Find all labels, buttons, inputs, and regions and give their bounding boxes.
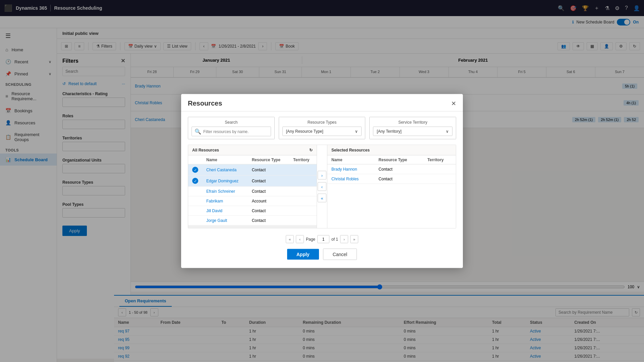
page-label: Page <box>306 237 315 242</box>
sel-res-territory <box>423 164 456 174</box>
service-territory-box: Service Territory [Any Territory] ∨ <box>369 117 456 139</box>
res-name: Efrain Schreiner <box>202 186 248 196</box>
all-resources-table: Name Resource Type Territory ✓ Cheri Cas… <box>188 156 317 226</box>
all-resources-label: All Resources <box>192 148 219 153</box>
move-right-btn[interactable]: › <box>318 171 326 180</box>
sel-res-name-link[interactable]: Brady Hannon <box>331 167 357 172</box>
sel-res-type: Contact <box>375 164 424 174</box>
scroll-indicator <box>188 226 317 228</box>
res-type: Account <box>248 196 289 206</box>
col-all-type: Resource Type <box>248 156 289 165</box>
col-sel-territory: Territory <box>423 156 456 165</box>
resource-types-dropdown[interactable]: [Any Resource Type] ∨ <box>282 127 362 136</box>
resource-types-chevron: ∨ <box>355 129 358 134</box>
sel-res-territory <box>423 174 456 184</box>
move-all-left-btn[interactable]: « <box>318 194 326 202</box>
res-name-link[interactable]: Jill David <box>206 208 222 213</box>
selected-resources-panel: Selected Resources Name Resource Type Te… <box>327 145 456 228</box>
all-resources-panel: All Resources ↻ Name Resource Type Terri… <box>188 145 317 228</box>
res-check <box>188 186 202 196</box>
modal-footer: Apply Cancel <box>181 243 463 263</box>
selected-resources-label: Selected Resources <box>331 148 370 153</box>
selected-resources-header-row: Name Resource Type Territory <box>327 156 456 165</box>
res-name-link[interactable]: Jorge Gault <box>206 218 227 223</box>
list-item: Brady Hannon Contact <box>327 164 456 174</box>
all-resources-header-row: Name Resource Type Territory <box>188 156 317 165</box>
modal-cancel-btn[interactable]: Cancel <box>323 249 357 260</box>
res-territory <box>289 216 317 225</box>
selected-resources-header: Selected Resources <box>327 145 456 156</box>
search-icon: 🔍 <box>195 128 201 135</box>
res-territory <box>289 186 317 196</box>
refresh-all-icon[interactable]: ↻ <box>309 148 313 153</box>
res-territory <box>289 206 317 216</box>
list-item: Jill David Contact <box>188 206 317 216</box>
resources-mid: › ‹ « <box>317 145 327 228</box>
all-resources-header: All Resources ↻ <box>188 145 317 156</box>
page-first-btn[interactable]: « <box>286 235 294 243</box>
search-box: Search 🔍 <box>188 117 275 139</box>
sel-res-name-link[interactable]: Christal Robles <box>331 177 359 181</box>
page-next-btn[interactable]: › <box>340 235 348 243</box>
page-of: of 1 <box>331 237 338 242</box>
service-territory-dropdown[interactable]: [Any Territory] ∨ <box>373 127 452 136</box>
resource-search-input[interactable] <box>203 129 268 134</box>
service-territory-chevron: ∨ <box>446 129 449 134</box>
search-input-wrap: 🔍 <box>192 127 271 136</box>
service-territory-label: Service Territory <box>373 120 452 125</box>
col-checkbox <box>188 156 202 165</box>
list-item: Fabrikam Account <box>188 196 317 206</box>
sel-res-type: Contact <box>375 174 424 184</box>
res-type: Contact <box>248 175 289 186</box>
res-name: Jill David <box>202 206 248 216</box>
res-name-link[interactable]: Edgar Dominguez <box>206 179 238 183</box>
res-name: Cheri Castaneda <box>202 164 248 175</box>
col-all-territory: Territory <box>289 156 317 165</box>
resource-types-value: [Any Resource Type] <box>286 129 323 134</box>
res-type: Contact <box>248 206 289 216</box>
col-all-name: Name <box>202 156 248 165</box>
pagination-row: « ‹ Page of 1 › » <box>188 233 456 243</box>
modal-search-row: Search 🔍 Resource Types [Any Resource Ty… <box>188 117 456 139</box>
res-check: ✓ <box>188 164 202 175</box>
service-territory-value: [Any Territory] <box>377 129 401 134</box>
res-check <box>188 206 202 216</box>
list-item: ✓ Cheri Castaneda Contact <box>188 164 317 175</box>
modal-body: Search 🔍 Resource Types [Any Resource Ty… <box>181 112 463 243</box>
res-name: Edgar Dominguez <box>202 175 248 186</box>
res-name-link[interactable]: Cheri Castaneda <box>206 168 236 172</box>
list-item: Jorge Gault Contact <box>188 216 317 225</box>
resources-modal: Resources ✕ Search 🔍 Resource Types [Any… <box>181 94 463 268</box>
res-type: Contact <box>248 186 289 196</box>
search-label: Search <box>192 120 271 125</box>
resources-split: All Resources ↻ Name Resource Type Terri… <box>188 145 456 229</box>
page-last-btn[interactable]: » <box>350 235 358 243</box>
modal-apply-btn[interactable]: Apply <box>287 249 319 260</box>
col-sel-name: Name <box>327 156 375 165</box>
res-check: ✓ <box>188 175 202 186</box>
checkmark-icon: ✓ <box>192 167 198 173</box>
page-prev-btn[interactable]: ‹ <box>296 235 304 243</box>
res-territory <box>289 164 317 175</box>
list-item: ✓ Edgar Dominguez Contact <box>188 175 317 186</box>
res-name-link[interactable]: Efrain Schreiner <box>206 189 235 194</box>
res-name-link[interactable]: Fabrikam <box>206 199 223 203</box>
list-item: Christal Robles Contact <box>327 174 456 184</box>
res-territory <box>289 175 317 186</box>
res-type: Contact <box>248 216 289 225</box>
res-check <box>188 196 202 206</box>
res-name: Jorge Gault <box>202 216 248 225</box>
res-check <box>188 216 202 225</box>
resource-types-label: Resource Types <box>282 120 362 125</box>
res-territory <box>289 196 317 206</box>
move-left-btn[interactable]: ‹ <box>318 182 326 191</box>
selected-resources-table: Name Resource Type Territory Brady Hanno… <box>327 156 456 184</box>
res-type: Contact <box>248 164 289 175</box>
modal-close-btn[interactable]: ✕ <box>451 100 456 107</box>
list-item: Efrain Schreiner Contact <box>188 186 317 196</box>
page-input[interactable] <box>317 235 329 243</box>
resource-types-box: Resource Types [Any Resource Type] ∨ <box>279 117 366 139</box>
sel-res-name: Brady Hannon <box>327 164 375 174</box>
col-sel-type: Resource Type <box>375 156 424 165</box>
sel-res-name: Christal Robles <box>327 174 375 184</box>
